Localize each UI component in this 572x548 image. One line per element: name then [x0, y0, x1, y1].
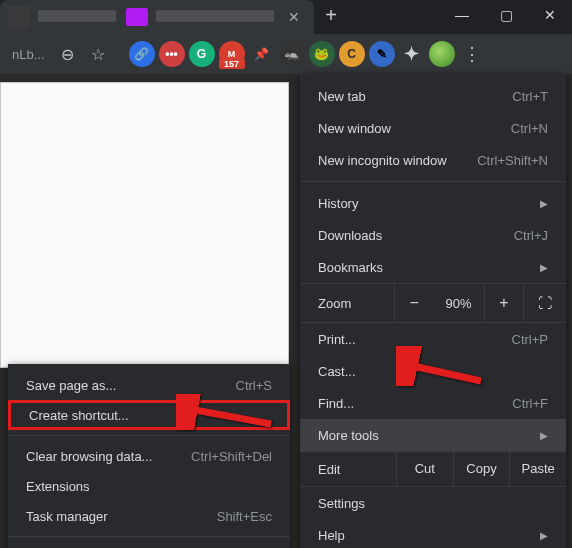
- menu-label: Downloads: [318, 228, 382, 243]
- extension-privacy-badger-icon[interactable]: 🦡: [279, 41, 305, 67]
- submenu-developer-tools[interactable]: Developer tools Ctrl+Shift+I: [8, 542, 290, 548]
- profile-avatar[interactable]: [429, 41, 455, 67]
- menu-shortcut: Ctrl+N: [511, 121, 548, 136]
- extension-frog-icon[interactable]: 🐸: [309, 41, 335, 67]
- extension-lastpass-icon[interactable]: •••: [159, 41, 185, 67]
- new-tab-button[interactable]: +: [314, 0, 348, 34]
- kebab-menu-icon[interactable]: ⋮: [459, 43, 485, 65]
- arrow-annotation-2: [176, 394, 276, 434]
- title-bar: ✕ + — ▢ ✕: [0, 0, 572, 34]
- menu-label: Print...: [318, 332, 356, 347]
- page-content: [0, 82, 289, 368]
- submenu-label: Task manager: [26, 509, 108, 524]
- menu-edit-row: Edit Cut Copy Paste: [300, 451, 566, 487]
- more-tools-submenu: Save page as... Ctrl+S Create shortcut..…: [8, 364, 290, 548]
- extension-gmail-icon[interactable]: 157M: [219, 41, 245, 67]
- menu-new-window[interactable]: New window Ctrl+N: [300, 112, 566, 144]
- chevron-right-icon: ▶: [540, 430, 548, 441]
- menu-new-tab[interactable]: New tab Ctrl+T: [300, 80, 566, 112]
- chevron-right-icon: ▶: [540, 198, 548, 209]
- menu-label: Bookmarks: [318, 260, 383, 275]
- close-window-button[interactable]: ✕: [528, 0, 572, 30]
- menu-label: Help: [318, 528, 345, 543]
- gmail-badge: 157: [219, 59, 245, 69]
- menu-more-tools[interactable]: More tools ▶: [300, 419, 566, 451]
- menu-label: More tools: [318, 428, 379, 443]
- menu-separator: [300, 181, 566, 182]
- menu-new-incognito[interactable]: New incognito window Ctrl+Shift+N: [300, 144, 566, 176]
- svg-line-0: [404, 364, 481, 381]
- menu-label: New tab: [318, 89, 366, 104]
- browser-toolbar: nLb... ⊖ ☆ 🔗 ••• G 157M 📌 🦡 🐸 C ✎ ✦ ⋮: [0, 34, 572, 74]
- bookmark-star-icon[interactable]: ☆: [85, 41, 111, 67]
- menu-shortcut: Ctrl+P: [512, 332, 548, 347]
- tab-title: [38, 10, 116, 25]
- arrow-annotation-1: [396, 346, 486, 390]
- minimize-button[interactable]: —: [440, 0, 484, 30]
- submenu-shortcut: Ctrl+Shift+Del: [191, 449, 272, 464]
- menu-shortcut: Ctrl+T: [512, 89, 548, 104]
- extension-pencil-icon[interactable]: ✎: [369, 41, 395, 67]
- address-fragment: nLb...: [6, 47, 51, 62]
- menu-history[interactable]: History ▶: [300, 187, 566, 219]
- submenu-separator: [8, 435, 290, 436]
- tab-favicon-placeholder: [8, 6, 30, 28]
- extensions-puzzle-icon[interactable]: ✦: [399, 41, 425, 67]
- submenu-shortcut: Shift+Esc: [217, 509, 272, 524]
- menu-label: Cast...: [318, 364, 356, 379]
- edit-label: Edit: [300, 462, 396, 477]
- extension-grammarly-icon[interactable]: G: [189, 41, 215, 67]
- menu-label: History: [318, 196, 358, 211]
- menu-settings[interactable]: Settings: [300, 487, 566, 519]
- submenu-separator: [8, 536, 290, 537]
- menu-shortcut: Ctrl+Shift+N: [477, 153, 548, 168]
- zoom-minus-button[interactable]: −: [394, 283, 433, 323]
- submenu-extensions[interactable]: Extensions: [8, 471, 290, 501]
- menu-shortcut: Ctrl+F: [512, 396, 548, 411]
- window-controls: — ▢ ✕: [440, 0, 572, 34]
- menu-label: New window: [318, 121, 391, 136]
- chevron-right-icon: ▶: [540, 530, 548, 541]
- fullscreen-icon[interactable]: ⛶: [523, 283, 566, 323]
- submenu-label: Save page as...: [26, 378, 116, 393]
- pin-icon[interactable]: 📌: [249, 41, 275, 67]
- svg-line-1: [184, 408, 271, 424]
- zoom-out-icon[interactable]: ⊖: [55, 41, 81, 67]
- cut-button[interactable]: Cut: [396, 451, 453, 487]
- zoom-label: Zoom: [300, 296, 394, 311]
- tab-favicon: [126, 8, 148, 26]
- menu-label: New incognito window: [318, 153, 447, 168]
- tab-close-icon[interactable]: ✕: [282, 9, 306, 25]
- menu-zoom-row: Zoom − 90% + ⛶: [300, 283, 566, 323]
- chevron-right-icon: ▶: [540, 262, 548, 273]
- menu-shortcut: Ctrl+J: [514, 228, 548, 243]
- menu-find[interactable]: Find... Ctrl+F: [300, 387, 566, 419]
- submenu-clear-data[interactable]: Clear browsing data... Ctrl+Shift+Del: [8, 441, 290, 471]
- zoom-value: 90%: [433, 296, 484, 311]
- copy-button[interactable]: Copy: [453, 451, 510, 487]
- menu-bookmarks[interactable]: Bookmarks ▶: [300, 251, 566, 283]
- submenu-shortcut: Ctrl+S: [236, 378, 272, 393]
- menu-label: Find...: [318, 396, 354, 411]
- submenu-label: Clear browsing data...: [26, 449, 152, 464]
- submenu-task-manager[interactable]: Task manager Shift+Esc: [8, 501, 290, 531]
- zoom-plus-button[interactable]: +: [484, 283, 523, 323]
- submenu-label: Create shortcut...: [29, 408, 129, 423]
- menu-label: Settings: [318, 496, 365, 511]
- maximize-button[interactable]: ▢: [484, 0, 528, 30]
- tab-title-2: [156, 10, 274, 25]
- menu-downloads[interactable]: Downloads Ctrl+J: [300, 219, 566, 251]
- extension-link-icon[interactable]: 🔗: [129, 41, 155, 67]
- main-menu: New tab Ctrl+T New window Ctrl+N New inc…: [300, 74, 566, 548]
- submenu-label: Extensions: [26, 479, 90, 494]
- menu-help[interactable]: Help ▶: [300, 519, 566, 548]
- browser-tab[interactable]: ✕: [0, 0, 314, 34]
- extension-c-icon[interactable]: C: [339, 41, 365, 67]
- paste-button[interactable]: Paste: [509, 451, 566, 487]
